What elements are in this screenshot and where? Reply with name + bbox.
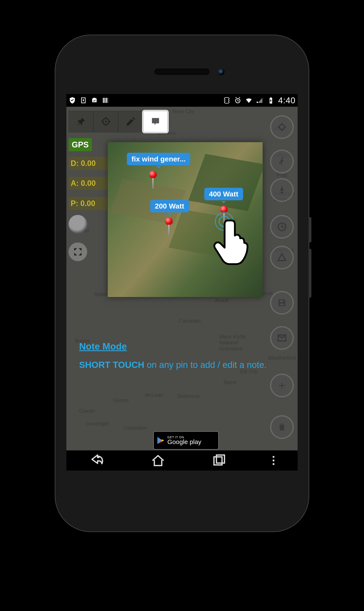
download-icon <box>79 97 87 104</box>
instruction-title: Note Mode <box>79 340 268 353</box>
target-mode-button[interactable] <box>93 111 118 132</box>
note-mode-button[interactable] <box>143 111 168 132</box>
compass-button[interactable] <box>270 178 294 202</box>
instruction-rest: on any pin to add / edit a note. <box>144 360 267 370</box>
status-bar: 4:40 <box>66 94 298 107</box>
briefcase-check-icon <box>91 97 98 104</box>
svg-rect-7 <box>217 455 225 463</box>
edit-mode-button[interactable] <box>118 111 143 132</box>
area-readout: A: 0.00 <box>68 177 109 190</box>
gps-badge[interactable]: GPS <box>68 138 92 151</box>
recent-apps-button[interactable] <box>211 453 226 468</box>
map-pin[interactable] <box>165 218 173 225</box>
home-button[interactable] <box>151 453 166 468</box>
walk-track-button[interactable] <box>270 150 294 173</box>
instruction-text: Note Mode SHORT TOUCH on any pin to add … <box>79 340 268 371</box>
delete-button[interactable] <box>270 415 294 439</box>
power-button <box>309 217 312 243</box>
alarm-icon <box>234 97 242 104</box>
play-store-icon <box>156 436 165 445</box>
svg-point-3 <box>279 125 285 130</box>
back-button[interactable] <box>90 453 104 468</box>
bars-icon <box>102 97 109 104</box>
shape-button[interactable] <box>270 246 294 269</box>
pin-mode-button[interactable] <box>68 111 93 132</box>
save-button[interactable] <box>270 291 294 315</box>
pointer-hand-icon <box>212 214 256 269</box>
svg-rect-6 <box>214 457 222 465</box>
distance-readout: D: 0.00 <box>68 157 109 170</box>
pin-note-label[interactable]: 400 Watt <box>204 188 243 200</box>
play-badge-bottom: Google play <box>167 439 201 445</box>
satellite-preview: fix wind gener... 200 Watt 400 Watt <box>108 142 263 297</box>
mode-toolbar <box>68 110 168 133</box>
map-pin[interactable] <box>149 171 157 178</box>
history-button[interactable] <box>270 215 294 239</box>
clock: 4:40 <box>278 96 296 105</box>
fullscreen-button[interactable] <box>68 243 87 261</box>
battery-charging-icon <box>267 97 275 104</box>
mail-button[interactable] <box>270 326 294 350</box>
wifi-icon <box>245 97 253 104</box>
globe-button[interactable] <box>68 215 87 234</box>
instruction-bold: SHORT TOUCH <box>79 360 144 370</box>
screen: 4:40 Ness City Jetmore Larned Hugoton Ho… <box>66 94 298 470</box>
add-button[interactable] <box>270 374 294 397</box>
front-camera <box>218 69 224 75</box>
locate-button[interactable] <box>270 115 294 139</box>
svg-point-2 <box>105 121 106 122</box>
signal-icon <box>256 97 264 104</box>
vibrate-icon <box>223 97 231 104</box>
volume-button <box>309 249 312 298</box>
earpiece <box>155 68 209 75</box>
svg-point-4 <box>282 157 283 159</box>
shield-check-icon <box>68 97 76 104</box>
android-navbar <box>66 450 298 470</box>
pin-note-label[interactable]: fix wind gener... <box>127 153 190 165</box>
phone-frame: 4:40 Ness City Jetmore Larned Hugoton Ho… <box>55 35 309 532</box>
google-play-badge[interactable]: GET IT ON Google play <box>153 431 219 450</box>
menu-button[interactable] <box>273 456 274 465</box>
pin-note-label[interactable]: 200 Watt <box>150 200 189 212</box>
perimeter-readout: P: 0.00 <box>68 197 109 210</box>
